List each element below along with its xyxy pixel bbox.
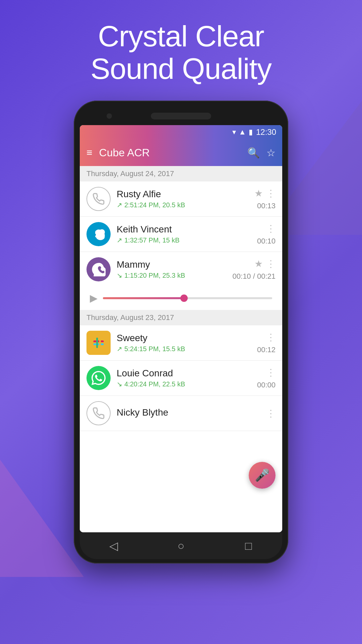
item-right-nicky: ⋮ bbox=[266, 408, 276, 419]
item-info-rusty: Rusty Alfie ↗ 2:51:24 PM, 20.5 kB bbox=[117, 189, 248, 209]
item-meta-louie: ↘ 4:20:24 PM, 22.5 kB bbox=[117, 380, 251, 388]
progress-track[interactable] bbox=[103, 297, 272, 299]
recent-button[interactable]: □ bbox=[238, 536, 258, 556]
direction-icon: ↗ bbox=[117, 201, 122, 209]
action-icons: ⋮ bbox=[266, 332, 276, 343]
list-item-mammy[interactable]: Mammy ↘ 1:15:20 PM, 25.3 kB ★ ⋮ 00:10 / … bbox=[80, 252, 282, 310]
menu-icon[interactable]: ≡ bbox=[86, 147, 93, 158]
battery-icon: ▮ bbox=[249, 128, 253, 137]
item-info-louie: Louie Conrad ↘ 4:20:24 PM, 22.5 kB bbox=[117, 368, 251, 388]
duration: 00:13 bbox=[257, 202, 276, 210]
item-right-sweety: ⋮ 00:12 bbox=[257, 332, 276, 354]
duration: 00:10 / 00:21 bbox=[233, 272, 276, 281]
avatar-mammy bbox=[86, 257, 111, 281]
bg-shape-left bbox=[0, 460, 84, 577]
more-icon[interactable]: ⋮ bbox=[266, 367, 276, 378]
contact-name: Nicky Blythe bbox=[117, 407, 260, 418]
meta-text: 1:32:57 PM, 15 kB bbox=[124, 236, 180, 244]
list-item[interactable]: Sweety ↗ 5:24:15 PM, 15.5 kB ⋮ 00:12 bbox=[80, 325, 282, 361]
player-row: ▶ bbox=[86, 287, 276, 310]
direction-icon: ↗ bbox=[117, 236, 122, 244]
star-icon[interactable]: ★ bbox=[254, 258, 263, 269]
list-item[interactable]: Nicky Blythe ⋮ bbox=[80, 396, 282, 431]
phone-camera bbox=[107, 113, 112, 119]
date-header-1: Thursday, August 24, 2017 bbox=[80, 166, 282, 181]
duration: 00:00 bbox=[257, 381, 276, 389]
svg-rect-0 bbox=[86, 331, 111, 355]
item-info-keith: Keith Vincent ↗ 1:32:57 PM, 15 kB bbox=[117, 224, 251, 244]
action-icons: ★ ⋮ bbox=[254, 188, 276, 199]
back-button[interactable]: ◁ bbox=[104, 536, 124, 556]
action-icons: ★ ⋮ bbox=[254, 258, 276, 269]
list-item[interactable]: Keith Vincent ↗ 1:32:57 PM, 15 kB ⋮ 00:1… bbox=[80, 217, 282, 252]
list-item[interactable]: Louie Conrad ↘ 4:20:24 PM, 22.5 kB ⋮ 00:… bbox=[80, 361, 282, 396]
avatar-keith bbox=[86, 222, 111, 246]
phone-top-bezel bbox=[80, 107, 282, 125]
status-icons: ▾ ▲ ▮ bbox=[232, 128, 253, 137]
search-icon[interactable]: 🔍 bbox=[247, 147, 260, 159]
more-icon[interactable]: ⋮ bbox=[266, 258, 276, 269]
hero-line1: Crystal Clear bbox=[0, 20, 362, 53]
progress-fill bbox=[103, 297, 184, 299]
contact-name: Rusty Alfie bbox=[117, 189, 248, 200]
favorites-icon[interactable]: ☆ bbox=[266, 147, 276, 159]
hero-text: Crystal Clear Sound Quality bbox=[0, 20, 362, 85]
action-icons: ⋮ bbox=[266, 408, 276, 419]
nav-bar: ◁ ○ □ bbox=[80, 532, 282, 559]
wifi-icon: ▾ bbox=[232, 128, 236, 137]
date-header-2: Thursday, August 23, 2017 bbox=[80, 310, 282, 325]
item-right-rusty: ★ ⋮ 00:13 bbox=[254, 188, 276, 210]
home-button[interactable]: ○ bbox=[171, 536, 191, 556]
item-meta-keith: ↗ 1:32:57 PM, 15 kB bbox=[117, 236, 251, 244]
avatar-rusty bbox=[86, 187, 111, 211]
meta-text: 2:51:24 PM, 20.5 kB bbox=[124, 201, 185, 209]
more-icon[interactable]: ⋮ bbox=[266, 332, 276, 343]
item-right-keith: ⋮ 00:10 bbox=[257, 223, 276, 246]
item-info-sweety: Sweety ↗ 5:24:15 PM, 15.5 kB bbox=[117, 333, 251, 353]
meta-text: 1:15:20 PM, 25.3 kB bbox=[124, 272, 185, 279]
meta-text: 5:24:15 PM, 15.5 kB bbox=[124, 345, 185, 353]
item-info-mammy: Mammy ↘ 1:15:20 PM, 25.3 kB bbox=[117, 259, 227, 279]
more-icon[interactable]: ⋮ bbox=[266, 408, 276, 419]
contact-name: Louie Conrad bbox=[117, 368, 251, 379]
hero-line2: Sound Quality bbox=[0, 53, 362, 85]
phone-screen: ▾ ▲ ▮ 12:30 ≡ Cube ACR 🔍 ☆ Thursday, Aug… bbox=[80, 125, 282, 532]
progress-thumb[interactable] bbox=[180, 294, 188, 302]
phone-outer: ▾ ▲ ▮ 12:30 ≡ Cube ACR 🔍 ☆ Thursday, Aug… bbox=[74, 101, 288, 564]
direction-icon: ↘ bbox=[117, 380, 122, 388]
direction-icon: ↘ bbox=[117, 271, 122, 279]
record-fab[interactable]: 🎤 bbox=[249, 462, 276, 489]
play-button[interactable]: ▶ bbox=[90, 292, 98, 304]
item-right-louie: ⋮ 00:00 bbox=[257, 367, 276, 389]
duration: 00:12 bbox=[257, 345, 276, 354]
action-icons: ⋮ bbox=[266, 367, 276, 378]
item-meta-mammy: ↘ 1:15:20 PM, 25.3 kB bbox=[117, 271, 227, 279]
app-bar: ≡ Cube ACR 🔍 ☆ bbox=[80, 139, 282, 166]
action-icons: ⋮ bbox=[266, 223, 276, 234]
contact-name: Mammy bbox=[117, 259, 227, 270]
phone-speaker bbox=[151, 113, 211, 119]
status-time: 12:30 bbox=[256, 127, 276, 137]
meta-text: 4:20:24 PM, 22.5 kB bbox=[124, 380, 185, 388]
item-right-mammy: ★ ⋮ 00:10 / 00:21 bbox=[233, 258, 276, 281]
duration: 00:10 bbox=[257, 237, 276, 246]
status-bar: ▾ ▲ ▮ 12:30 bbox=[80, 125, 282, 139]
more-icon[interactable]: ⋮ bbox=[266, 188, 276, 199]
contact-name: Sweety bbox=[117, 333, 251, 343]
item-info-nicky: Nicky Blythe bbox=[117, 407, 260, 419]
avatar-louie bbox=[86, 366, 111, 390]
avatar-sweety bbox=[86, 331, 111, 355]
signal-icon: ▲ bbox=[239, 128, 246, 137]
item-meta-sweety: ↗ 5:24:15 PM, 15.5 kB bbox=[117, 345, 251, 353]
more-icon[interactable]: ⋮ bbox=[266, 223, 276, 234]
phone-wrapper: ▾ ▲ ▮ 12:30 ≡ Cube ACR 🔍 ☆ Thursday, Aug… bbox=[74, 101, 288, 564]
app-title: Cube ACR bbox=[99, 147, 241, 159]
star-icon[interactable]: ★ bbox=[254, 188, 263, 199]
list-item[interactable]: Rusty Alfie ↗ 2:51:24 PM, 20.5 kB ★ ⋮ 00… bbox=[80, 181, 282, 217]
direction-icon: ↗ bbox=[117, 345, 122, 353]
item-meta-rusty: ↗ 2:51:24 PM, 20.5 kB bbox=[117, 201, 248, 209]
avatar-nicky bbox=[86, 401, 111, 425]
microphone-icon: 🎤 bbox=[255, 468, 270, 482]
contact-name: Keith Vincent bbox=[117, 224, 251, 235]
